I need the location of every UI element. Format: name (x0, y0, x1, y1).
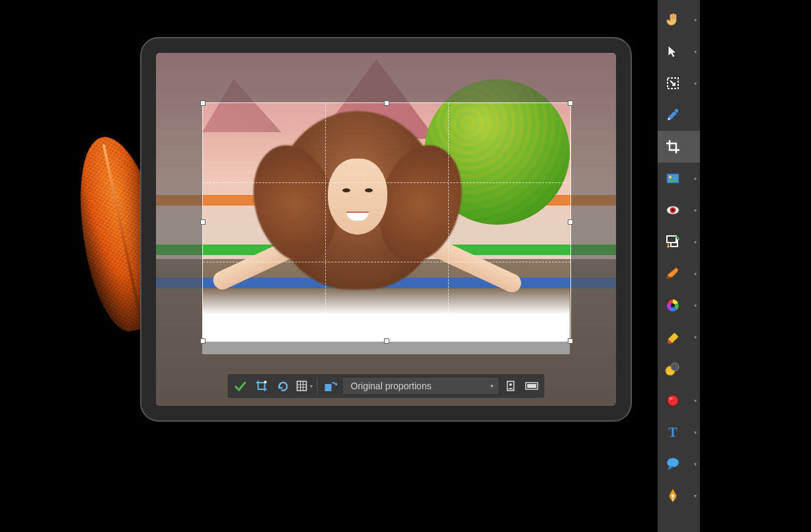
brush-icon (663, 264, 683, 284)
chevron-down-icon[interactable]: ▾ (694, 176, 697, 182)
image-icon (663, 169, 683, 188)
stamp-tool[interactable]: ▾ (658, 226, 700, 258)
landscape-button[interactable] (522, 377, 542, 395)
brush-tool[interactable]: ▾ (658, 258, 700, 289)
chevron-down-icon[interactable]: ▾ (694, 49, 697, 55)
editor-canvas[interactable] (156, 53, 616, 406)
pointer-icon (663, 42, 683, 61)
eraser-icon (663, 327, 683, 347)
crop-handle-tl[interactable] (200, 100, 206, 106)
reset-button[interactable] (273, 377, 293, 395)
svg-rect-1 (297, 381, 307, 391)
image-tool[interactable]: ▾ (658, 163, 700, 194)
landscape-icon (525, 380, 539, 392)
colorwheel-tool[interactable]: ▾ (658, 289, 700, 321)
text-icon: T (663, 422, 683, 442)
proportions-select[interactable]: Original proportions ▾ (342, 377, 500, 395)
editor-screen: ▾ Original proportions ▾ (156, 53, 616, 406)
chevron-down-icon[interactable]: ▾ (694, 239, 697, 245)
redeye-icon (663, 200, 683, 220)
crop-handle-bc[interactable] (384, 338, 389, 344)
chevron-down-icon[interactable]: ▾ (694, 81, 697, 87)
crop-handle-mr[interactable] (568, 219, 573, 225)
apply-button[interactable] (231, 377, 251, 395)
crop-tool[interactable] (658, 131, 700, 163)
swap-icon (663, 359, 683, 379)
hand-icon (663, 10, 683, 30)
svg-point-14 (669, 176, 672, 178)
crop-box[interactable] (202, 102, 571, 342)
callout-tool[interactable]: ▾ (658, 448, 700, 480)
chevron-down-icon[interactable]: ▾ (694, 430, 697, 436)
crop-icon (663, 137, 683, 157)
svg-point-24 (668, 395, 678, 406)
crop-toolbar: ▾ Original proportions ▾ (228, 374, 545, 398)
swap-tool[interactable] (658, 353, 700, 385)
text-tool[interactable]: T▾ (658, 416, 700, 448)
svg-point-0 (264, 381, 267, 383)
circle-icon (663, 391, 683, 410)
rotate-button[interactable] (321, 377, 341, 395)
chevron-down-icon: ▾ (490, 383, 494, 389)
eyedropper-tool[interactable] (658, 99, 700, 131)
svg-point-12 (668, 118, 670, 120)
grid-button[interactable]: ▾ (294, 377, 314, 395)
portrait-icon (504, 380, 518, 392)
chevron-down-icon[interactable]: ▾ (694, 208, 697, 213)
svg-point-27 (667, 458, 679, 467)
crop-icon-button[interactable] (252, 377, 272, 395)
pen-icon (663, 486, 683, 506)
crop-handle-ml[interactable] (200, 219, 206, 225)
eraser-tool[interactable]: ▾ (658, 321, 700, 353)
stamp-icon (663, 232, 683, 252)
chevron-down-icon[interactable]: ▾ (694, 17, 697, 23)
crop-handle-bl[interactable] (200, 338, 206, 344)
crop-handle-tr[interactable] (568, 100, 573, 106)
svg-point-21 (671, 303, 675, 307)
hand-tool[interactable]: ▾ (658, 4, 700, 36)
proportions-label: Original proportions (351, 381, 432, 391)
callout-icon (663, 454, 683, 474)
crop-handle-br[interactable] (568, 338, 573, 344)
grid-icon (295, 379, 309, 393)
colorwheel-icon (663, 295, 683, 315)
chevron-down-icon[interactable]: ▾ (694, 493, 697, 499)
pen-tool[interactable]: ▾ (658, 480, 700, 512)
undo-icon (276, 379, 290, 393)
eyedropper-icon (663, 105, 683, 125)
pointer-tool[interactable]: ▾ (658, 36, 700, 67)
chevron-down-icon[interactable]: ▾ (694, 303, 697, 309)
selection-icon (663, 73, 683, 93)
svg-point-23 (671, 363, 679, 371)
svg-point-17 (672, 209, 674, 211)
chevron-down-icon[interactable]: ▾ (694, 271, 697, 277)
crop-handle-tc[interactable] (384, 100, 389, 106)
svg-rect-6 (325, 384, 332, 391)
svg-point-25 (669, 397, 673, 400)
portrait-button[interactable] (501, 377, 521, 395)
redeye-tool[interactable]: ▾ (658, 194, 700, 226)
rotate-icon (324, 379, 338, 393)
svg-rect-10 (527, 384, 537, 388)
chevron-down-icon[interactable]: ▾ (694, 461, 697, 467)
chevron-down-icon[interactable]: ▾ (694, 334, 697, 340)
tool-sidebar: ▾▾▾▾▾▾▾▾▾▾T▾▾▾ (658, 0, 700, 532)
circle-tool[interactable]: ▾ (658, 385, 700, 416)
svg-text:T: T (668, 425, 677, 439)
chevron-down-icon[interactable]: ▾ (694, 398, 697, 404)
check-icon (234, 379, 247, 393)
svg-point-8 (510, 383, 512, 386)
svg-rect-18 (667, 236, 676, 243)
crop-icon (255, 379, 268, 393)
tablet-frame: ▾ Original proportions ▾ (140, 37, 632, 422)
selection-tool[interactable]: ▾ (658, 67, 700, 99)
crop-selection[interactable] (202, 102, 571, 342)
svg-point-19 (666, 276, 670, 279)
